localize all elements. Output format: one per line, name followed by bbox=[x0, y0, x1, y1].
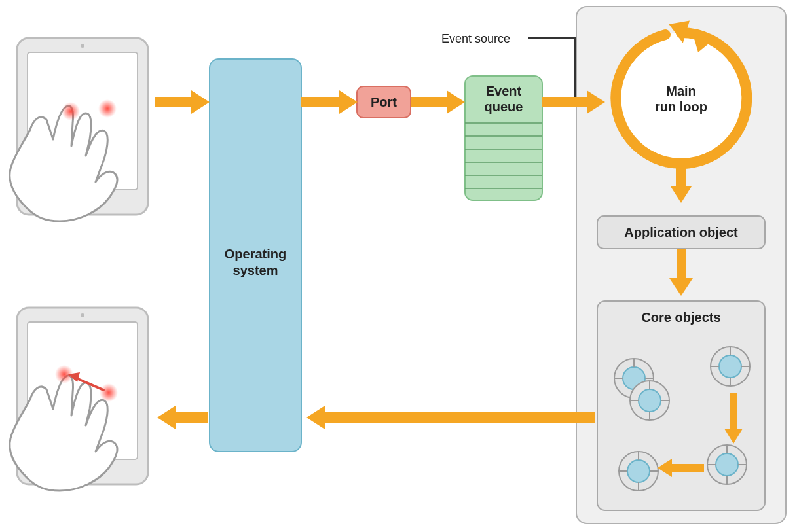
main-run-loop-label-1: Main bbox=[666, 84, 696, 98]
core-objects-label: Core objects bbox=[641, 310, 720, 325]
core-object-icon bbox=[619, 452, 658, 491]
operating-system-label-1: Operating bbox=[225, 247, 286, 261]
svg-point-13 bbox=[100, 383, 118, 402]
port-label: Port bbox=[371, 95, 397, 109]
event-queue-box: Event queue bbox=[465, 76, 542, 200]
svg-point-11 bbox=[98, 99, 117, 118]
event-queue-label-2: queue bbox=[485, 99, 523, 114]
port-box: Port bbox=[357, 86, 411, 118]
svg-marker-42 bbox=[339, 90, 358, 114]
event-source-label: Event source bbox=[441, 32, 510, 45]
core-object-icon bbox=[711, 347, 750, 386]
application-object-box: Application object bbox=[597, 216, 765, 249]
arrow-core-to-os-icon bbox=[306, 406, 595, 429]
device-touch-input-icon bbox=[10, 38, 148, 221]
svg-marker-50 bbox=[157, 406, 176, 429]
arrow-port-to-queue-icon bbox=[411, 90, 465, 114]
core-objects-box: Core objects bbox=[597, 301, 765, 510]
svg-marker-40 bbox=[191, 90, 210, 114]
svg-marker-48 bbox=[306, 406, 325, 429]
svg-marker-44 bbox=[447, 90, 465, 114]
device-touch-output-icon bbox=[10, 308, 148, 491]
event-flow-diagram: Operating system Port Event queue Event … bbox=[0, 0, 797, 532]
core-object-icon bbox=[707, 445, 747, 484]
application-object-label: Application object bbox=[624, 225, 738, 239]
main-run-loop-label-2: run loop bbox=[655, 99, 707, 114]
arrow-os-to-device-icon bbox=[157, 406, 208, 429]
operating-system-box: Operating system bbox=[210, 59, 301, 452]
svg-point-10 bbox=[62, 102, 80, 120]
application-panel: Main run loop Application object Core ob… bbox=[576, 7, 786, 523]
arrow-os-to-port-icon bbox=[301, 90, 358, 114]
event-queue-label-1: Event bbox=[486, 84, 522, 98]
core-object-icon bbox=[630, 381, 669, 420]
arrow-device-to-os-icon bbox=[155, 90, 210, 114]
operating-system-label-2: system bbox=[233, 263, 278, 277]
